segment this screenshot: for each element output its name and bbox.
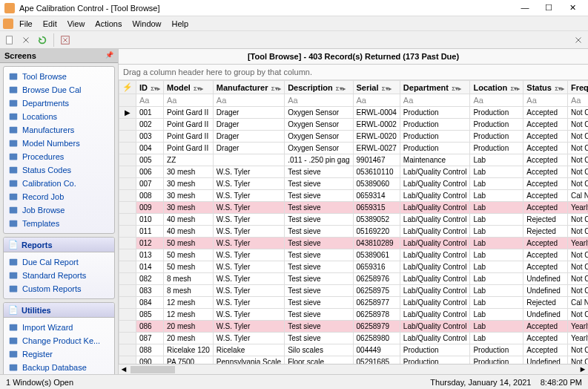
filter-cell-icon[interactable]: Aa (473, 96, 483, 105)
menu-edit[interactable]: Edit (39, 18, 62, 30)
sort-icon[interactable]: Σ▾▸ (334, 85, 346, 92)
row-selector[interactable] (119, 154, 136, 166)
sidebar-item-due-cal-report[interactable]: Due Cal Report (5, 255, 113, 269)
menu-file[interactable]: File (15, 18, 37, 30)
table-row[interactable]: ▶001Point Gard IIDragerOxygen SensorERWL… (119, 107, 589, 119)
sidebar-item-register[interactable]: Register (5, 347, 113, 361)
filter-cell-icon[interactable]: Aa (357, 96, 366, 105)
table-row[interactable]: 01350 meshW.S. TylerTest sieve05389061La… (119, 249, 589, 261)
table-row[interactable]: 08620 meshW.S. TylerTest sieve06258979La… (119, 321, 589, 333)
sidebar-item-backup-database[interactable]: Backup Database (5, 361, 113, 374)
row-selector[interactable] (119, 309, 136, 321)
column-header-location[interactable]: Location Σ▾▸ (470, 81, 523, 94)
table-row[interactable]: 01040 meshW.S. TylerTest sieve05389052La… (119, 214, 589, 226)
scroll-right-icon[interactable]: ► (578, 365, 588, 374)
maximize-button[interactable]: ☐ (538, 1, 560, 15)
toolbar-cut-icon[interactable] (19, 33, 33, 47)
menu-window[interactable]: Window (128, 18, 165, 30)
row-selector[interactable] (119, 119, 136, 131)
table-row[interactable]: 0838 meshW.S. TylerTest sieve06258975Lab… (119, 285, 589, 297)
filter-icon[interactable]: ⚡ (122, 82, 133, 91)
horizontal-scrollbar[interactable]: ◄ ► (119, 364, 588, 374)
filter-cell[interactable]: Aa (353, 94, 400, 107)
sidebar-item-job-browse[interactable]: Job Browse (5, 203, 113, 217)
column-header-status[interactable]: Status Σ▾▸ (523, 81, 568, 94)
filter-cell[interactable]: Aa (136, 94, 164, 107)
table-row[interactable]: 01140 meshW.S. TylerTest sieve05169220La… (119, 226, 589, 238)
column-header-frequency[interactable]: Frequency Σ▾▸ (567, 81, 588, 94)
scroll-thumb[interactable] (131, 366, 175, 373)
column-header-id[interactable]: ID Σ▾▸ (136, 81, 164, 94)
filter-cell[interactable]: Aa (285, 94, 353, 107)
table-row[interactable]: 0828 meshW.S. TylerTest sieve06258976Lab… (119, 273, 589, 285)
filter-cell-icon[interactable]: Aa (139, 96, 149, 105)
toolbar-new-icon[interactable] (3, 33, 16, 47)
menu-view[interactable]: View (63, 18, 90, 30)
table-row[interactable]: 00630 meshW.S. TylerTest sieve053610110L… (119, 166, 589, 178)
sidebar-section-title[interactable]: 📄Utilities (4, 303, 114, 318)
row-selector[interactable] (119, 249, 136, 261)
filter-cell-icon[interactable]: Aa (217, 96, 226, 105)
table-row[interactable]: 003Point Gard IIDragerOxygen SensorERWL-… (119, 131, 589, 143)
row-selector[interactable] (119, 321, 136, 333)
table-row[interactable]: 00830 meshW.S. TylerTest sieve0659314Lab… (119, 190, 589, 202)
table-row[interactable]: 08720 meshW.S. TylerTest sieve06258980La… (119, 333, 589, 344)
table-row[interactable]: 090PA 7500Pennsylvania ScaleFloor scale0… (119, 356, 589, 365)
pin-icon[interactable]: 📌 (105, 51, 113, 60)
column-header-selector[interactable]: ⚡ (119, 81, 136, 94)
sort-icon[interactable]: Σ▾▸ (270, 85, 281, 92)
row-selector[interactable]: ▶ (119, 107, 136, 119)
filter-cell-icon[interactable]: Aa (571, 96, 581, 105)
sort-icon[interactable]: Σ▾▸ (380, 85, 392, 92)
table-row[interactable]: 005ZZ.011 - .250 pin gag9901467Maintenan… (119, 154, 589, 166)
column-header-department[interactable]: Department Σ▾▸ (400, 81, 470, 94)
sidebar-item-manufacturers[interactable]: Manufacturers (5, 123, 113, 137)
filter-cell[interactable]: Aa (523, 94, 568, 107)
row-selector[interactable] (119, 238, 136, 249)
table-row[interactable]: 08412 meshW.S. TylerTest sieve06258977La… (119, 297, 589, 309)
sidebar-item-browse-due-cal[interactable]: Browse Due Cal (5, 83, 113, 97)
sidebar-item-procedures[interactable]: Procedures (5, 150, 113, 163)
row-selector[interactable] (119, 214, 136, 226)
sidebar-item-templates[interactable]: Templates (5, 217, 113, 230)
close-button[interactable]: ✕ (561, 1, 584, 15)
filter-cell[interactable]: Aa (164, 94, 214, 107)
sidebar-item-departments[interactable]: Departments (5, 97, 113, 110)
row-selector[interactable] (119, 344, 136, 356)
row-selector[interactable] (119, 143, 136, 154)
table-row[interactable]: 00730 meshW.S. TylerTest sieve05389060La… (119, 178, 589, 190)
filter-cell[interactable]: Aa (567, 94, 588, 107)
sidebar-item-tool-browse[interactable]: Tool Browse (5, 70, 113, 83)
filter-cell-icon[interactable]: Aa (167, 96, 176, 105)
sort-icon[interactable]: Σ▾▸ (192, 85, 203, 92)
table-row[interactable]: 088Ricelake 120RicelakeSilo scales004449… (119, 344, 589, 356)
row-selector[interactable] (119, 202, 136, 214)
filter-cell[interactable]: Aa (400, 94, 470, 107)
table-row[interactable]: 01450 meshW.S. TylerTest sieve0659316Lab… (119, 261, 589, 273)
filter-cell-icon[interactable]: Aa (288, 96, 297, 105)
table-row[interactable]: 00930 meshW.S. TylerTest sieve0659315Lab… (119, 202, 589, 214)
sidebar-item-model-numbers[interactable]: Model Numbers (5, 137, 113, 150)
column-header-model[interactable]: Model Σ▾▸ (164, 81, 214, 94)
sidebar-item-record-job[interactable]: Record Job (5, 190, 113, 203)
table-row[interactable]: 08512 meshW.S. TylerTest sieve06258978La… (119, 309, 589, 321)
table-row[interactable]: 004Point Gard IIDragerOxygen SensorERWL-… (119, 143, 589, 154)
row-selector[interactable] (119, 356, 136, 365)
filter-cell-icon[interactable]: Aa (403, 96, 413, 105)
row-selector[interactable] (119, 190, 136, 202)
row-selector[interactable] (119, 178, 136, 190)
row-selector[interactable] (119, 285, 136, 297)
sidebar-item-import-wizard[interactable]: Import Wizard (5, 321, 113, 334)
row-selector[interactable] (119, 333, 136, 344)
toolbar-refresh-icon[interactable] (36, 33, 49, 47)
row-selector[interactable] (119, 131, 136, 143)
sidebar-item-custom-reports[interactable]: Custom Reports (5, 282, 113, 295)
menu-help[interactable]: Help (168, 18, 194, 30)
row-selector[interactable] (119, 166, 136, 178)
sort-icon[interactable]: Σ▾▸ (509, 85, 520, 92)
row-selector[interactable] (119, 226, 136, 238)
sort-icon[interactable]: Σ▾▸ (553, 85, 564, 92)
toolbar-close-icon[interactable] (59, 33, 72, 47)
minimize-button[interactable]: — (514, 1, 536, 15)
filter-cell-icon[interactable]: Aa (526, 96, 536, 105)
